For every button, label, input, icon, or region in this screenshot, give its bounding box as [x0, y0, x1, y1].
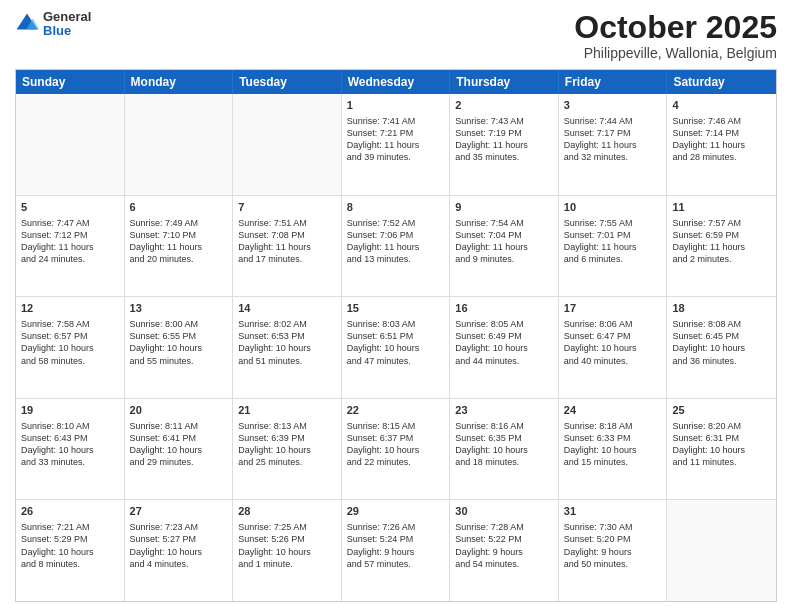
calendar-body: 1Sunrise: 7:41 AMSunset: 7:21 PMDaylight…: [16, 94, 776, 601]
cal-cell-w1-d3: 8Sunrise: 7:52 AMSunset: 7:06 PMDaylight…: [342, 196, 451, 297]
cell-content: Sunrise: 8:06 AMSunset: 6:47 PMDaylight:…: [564, 318, 662, 367]
cell-content: Sunrise: 7:26 AMSunset: 5:24 PMDaylight:…: [347, 521, 445, 570]
cal-cell-w0-d3: 1Sunrise: 7:41 AMSunset: 7:21 PMDaylight…: [342, 94, 451, 195]
cal-cell-w3-d6: 25Sunrise: 8:20 AMSunset: 6:31 PMDayligh…: [667, 399, 776, 500]
cell-content: Sunrise: 7:25 AMSunset: 5:26 PMDaylight:…: [238, 521, 336, 570]
day-number: 8: [347, 200, 445, 215]
cell-content: Sunrise: 7:58 AMSunset: 6:57 PMDaylight:…: [21, 318, 119, 367]
cal-cell-w4-d1: 27Sunrise: 7:23 AMSunset: 5:27 PMDayligh…: [125, 500, 234, 601]
week-row-0: 1Sunrise: 7:41 AMSunset: 7:21 PMDaylight…: [16, 94, 776, 196]
cal-cell-w2-d3: 15Sunrise: 8:03 AMSunset: 6:51 PMDayligh…: [342, 297, 451, 398]
location: Philippeville, Wallonia, Belgium: [574, 45, 777, 61]
day-number: 27: [130, 504, 228, 519]
header-saturday: Saturday: [667, 70, 776, 94]
day-number: 7: [238, 200, 336, 215]
header-thursday: Thursday: [450, 70, 559, 94]
cell-content: Sunrise: 8:02 AMSunset: 6:53 PMDaylight:…: [238, 318, 336, 367]
day-number: 23: [455, 403, 553, 418]
cal-cell-w2-d1: 13Sunrise: 8:00 AMSunset: 6:55 PMDayligh…: [125, 297, 234, 398]
cell-content: Sunrise: 8:00 AMSunset: 6:55 PMDaylight:…: [130, 318, 228, 367]
cal-cell-w2-d2: 14Sunrise: 8:02 AMSunset: 6:53 PMDayligh…: [233, 297, 342, 398]
day-number: 15: [347, 301, 445, 316]
cal-cell-w2-d0: 12Sunrise: 7:58 AMSunset: 6:57 PMDayligh…: [16, 297, 125, 398]
cell-content: Sunrise: 7:41 AMSunset: 7:21 PMDaylight:…: [347, 115, 445, 164]
day-number: 30: [455, 504, 553, 519]
cell-content: Sunrise: 8:03 AMSunset: 6:51 PMDaylight:…: [347, 318, 445, 367]
month-title: October 2025: [574, 10, 777, 45]
cell-content: Sunrise: 7:49 AMSunset: 7:10 PMDaylight:…: [130, 217, 228, 266]
logo-blue: Blue: [43, 24, 91, 38]
title-section: October 2025 Philippeville, Wallonia, Be…: [574, 10, 777, 61]
cal-cell-w1-d2: 7Sunrise: 7:51 AMSunset: 7:08 PMDaylight…: [233, 196, 342, 297]
day-number: 13: [130, 301, 228, 316]
cell-content: Sunrise: 8:08 AMSunset: 6:45 PMDaylight:…: [672, 318, 771, 367]
header-friday: Friday: [559, 70, 668, 94]
week-row-3: 19Sunrise: 8:10 AMSunset: 6:43 PMDayligh…: [16, 399, 776, 501]
cell-content: Sunrise: 7:46 AMSunset: 7:14 PMDaylight:…: [672, 115, 771, 164]
day-number: 17: [564, 301, 662, 316]
day-number: 24: [564, 403, 662, 418]
cal-cell-w2-d5: 17Sunrise: 8:06 AMSunset: 6:47 PMDayligh…: [559, 297, 668, 398]
page: General Blue October 2025 Philippeville,…: [0, 0, 792, 612]
cal-cell-w1-d0: 5Sunrise: 7:47 AMSunset: 7:12 PMDaylight…: [16, 196, 125, 297]
cell-content: Sunrise: 7:55 AMSunset: 7:01 PMDaylight:…: [564, 217, 662, 266]
header-monday: Monday: [125, 70, 234, 94]
logo-text: General Blue: [43, 10, 91, 39]
logo-general: General: [43, 10, 91, 24]
cal-cell-w0-d2: [233, 94, 342, 195]
cell-content: Sunrise: 7:28 AMSunset: 5:22 PMDaylight:…: [455, 521, 553, 570]
cal-cell-w3-d3: 22Sunrise: 8:15 AMSunset: 6:37 PMDayligh…: [342, 399, 451, 500]
day-number: 2: [455, 98, 553, 113]
header: General Blue October 2025 Philippeville,…: [15, 10, 777, 61]
cal-cell-w3-d5: 24Sunrise: 8:18 AMSunset: 6:33 PMDayligh…: [559, 399, 668, 500]
cal-cell-w2-d6: 18Sunrise: 8:08 AMSunset: 6:45 PMDayligh…: [667, 297, 776, 398]
day-number: 3: [564, 98, 662, 113]
day-number: 10: [564, 200, 662, 215]
day-number: 29: [347, 504, 445, 519]
cal-cell-w1-d5: 10Sunrise: 7:55 AMSunset: 7:01 PMDayligh…: [559, 196, 668, 297]
day-number: 20: [130, 403, 228, 418]
cal-cell-w3-d4: 23Sunrise: 8:16 AMSunset: 6:35 PMDayligh…: [450, 399, 559, 500]
day-number: 1: [347, 98, 445, 113]
day-number: 5: [21, 200, 119, 215]
cell-content: Sunrise: 8:16 AMSunset: 6:35 PMDaylight:…: [455, 420, 553, 469]
cal-cell-w1-d1: 6Sunrise: 7:49 AMSunset: 7:10 PMDaylight…: [125, 196, 234, 297]
cal-cell-w0-d4: 2Sunrise: 7:43 AMSunset: 7:19 PMDaylight…: [450, 94, 559, 195]
cal-cell-w0-d0: [16, 94, 125, 195]
cal-cell-w0-d5: 3Sunrise: 7:44 AMSunset: 7:17 PMDaylight…: [559, 94, 668, 195]
cal-cell-w1-d4: 9Sunrise: 7:54 AMSunset: 7:04 PMDaylight…: [450, 196, 559, 297]
cal-cell-w3-d2: 21Sunrise: 8:13 AMSunset: 6:39 PMDayligh…: [233, 399, 342, 500]
day-number: 14: [238, 301, 336, 316]
cell-content: Sunrise: 7:52 AMSunset: 7:06 PMDaylight:…: [347, 217, 445, 266]
day-number: 4: [672, 98, 771, 113]
cell-content: Sunrise: 8:05 AMSunset: 6:49 PMDaylight:…: [455, 318, 553, 367]
cell-content: Sunrise: 8:13 AMSunset: 6:39 PMDaylight:…: [238, 420, 336, 469]
day-number: 18: [672, 301, 771, 316]
cell-content: Sunrise: 8:10 AMSunset: 6:43 PMDaylight:…: [21, 420, 119, 469]
day-number: 16: [455, 301, 553, 316]
day-number: 25: [672, 403, 771, 418]
header-sunday: Sunday: [16, 70, 125, 94]
logo-icon: [15, 12, 39, 36]
cal-cell-w1-d6: 11Sunrise: 7:57 AMSunset: 6:59 PMDayligh…: [667, 196, 776, 297]
day-number: 26: [21, 504, 119, 519]
cal-cell-w4-d4: 30Sunrise: 7:28 AMSunset: 5:22 PMDayligh…: [450, 500, 559, 601]
day-number: 21: [238, 403, 336, 418]
cell-content: Sunrise: 7:43 AMSunset: 7:19 PMDaylight:…: [455, 115, 553, 164]
day-number: 19: [21, 403, 119, 418]
week-row-2: 12Sunrise: 7:58 AMSunset: 6:57 PMDayligh…: [16, 297, 776, 399]
day-number: 22: [347, 403, 445, 418]
cell-content: Sunrise: 7:30 AMSunset: 5:20 PMDaylight:…: [564, 521, 662, 570]
cal-cell-w4-d5: 31Sunrise: 7:30 AMSunset: 5:20 PMDayligh…: [559, 500, 668, 601]
cell-content: Sunrise: 7:51 AMSunset: 7:08 PMDaylight:…: [238, 217, 336, 266]
logo: General Blue: [15, 10, 91, 39]
day-number: 12: [21, 301, 119, 316]
cal-cell-w0-d1: [125, 94, 234, 195]
cell-content: Sunrise: 8:18 AMSunset: 6:33 PMDaylight:…: [564, 420, 662, 469]
cell-content: Sunrise: 8:20 AMSunset: 6:31 PMDaylight:…: [672, 420, 771, 469]
cell-content: Sunrise: 8:15 AMSunset: 6:37 PMDaylight:…: [347, 420, 445, 469]
header-wednesday: Wednesday: [342, 70, 451, 94]
cal-cell-w4-d0: 26Sunrise: 7:21 AMSunset: 5:29 PMDayligh…: [16, 500, 125, 601]
cell-content: Sunrise: 7:54 AMSunset: 7:04 PMDaylight:…: [455, 217, 553, 266]
cell-content: Sunrise: 7:44 AMSunset: 7:17 PMDaylight:…: [564, 115, 662, 164]
